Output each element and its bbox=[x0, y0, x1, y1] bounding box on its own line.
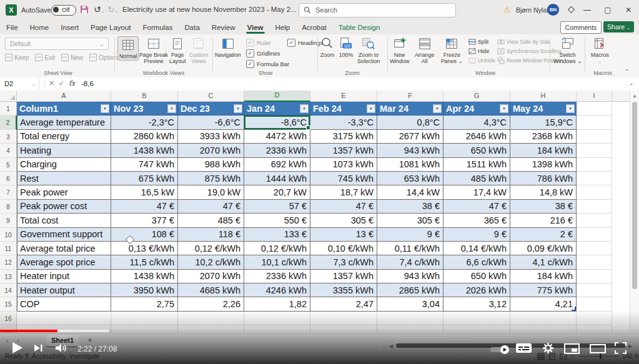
cell-G8[interactable]: 47 € bbox=[443, 200, 510, 214]
cell-A12[interactable]: Average spot price bbox=[17, 255, 111, 269]
row-header-6[interactable]: 6 bbox=[0, 172, 17, 185]
cell-H2[interactable]: 15,9°C bbox=[510, 116, 577, 129]
share-button[interactable]: Share ⌄ bbox=[603, 21, 634, 32]
cell-D6[interactable]: 1444 kWh bbox=[244, 172, 310, 185]
zoom-slider-knob[interactable] bbox=[600, 353, 602, 359]
table-header-F1[interactable]: Mar 24▾ bbox=[377, 102, 443, 116]
row-header-3[interactable]: 3 bbox=[0, 130, 17, 144]
redo-icon[interactable]: ↻⌄ bbox=[107, 4, 119, 14]
cell-D11[interactable]: 0,12 €/kWh bbox=[244, 242, 310, 255]
row-header-9[interactable]: 9 bbox=[0, 214, 17, 227]
filter-button-icon[interactable]: ▾ bbox=[234, 104, 242, 113]
cell-E7[interactable]: 18,7 kW bbox=[310, 185, 377, 199]
cell-B6[interactable]: 675 kWh bbox=[111, 172, 178, 185]
cell-I8[interactable] bbox=[577, 200, 612, 214]
cell-H13[interactable]: 184 kWh bbox=[510, 270, 577, 283]
cell-G5[interactable]: 1511 kWh bbox=[443, 158, 510, 172]
scroll-up-icon[interactable]: ▲ bbox=[632, 93, 637, 99]
cell-F10[interactable]: 9 € bbox=[377, 228, 443, 242]
cell-D10[interactable]: 133 € bbox=[244, 228, 310, 242]
column-header-B[interactable]: B bbox=[111, 91, 178, 102]
cell-A10[interactable]: Government support bbox=[17, 228, 111, 242]
cell-G16[interactable] bbox=[443, 312, 510, 325]
cell-B8[interactable]: 47 € bbox=[111, 200, 178, 214]
cell-C2[interactable]: -6,6°C bbox=[178, 116, 244, 129]
close-button[interactable]: ✕ bbox=[619, 0, 638, 20]
diamond-icon[interactable] bbox=[567, 6, 575, 14]
cell-I6[interactable] bbox=[577, 172, 612, 185]
exit-button[interactable]: Exit bbox=[35, 54, 55, 61]
tab-file[interactable]: File bbox=[6, 24, 18, 31]
zoom-100-button[interactable]: 100 100% bbox=[339, 36, 354, 58]
table-header-E1[interactable]: Feb 24▾ bbox=[310, 102, 377, 116]
new-sheet-icon[interactable]: + bbox=[87, 335, 92, 345]
autoplay-toggle[interactable] bbox=[490, 345, 510, 354]
cell-B11[interactable]: 0,13 €/kWh bbox=[111, 242, 178, 255]
cell-D15[interactable]: 1,82 bbox=[244, 297, 310, 311]
sheet-view-dropdown[interactable]: Default ⌄ bbox=[5, 37, 109, 50]
cell-E5[interactable]: 1073 kWh bbox=[310, 158, 377, 172]
select-all-corner[interactable] bbox=[0, 91, 17, 102]
excel-app-icon[interactable]: X bbox=[6, 4, 17, 16]
cancel-entry-icon[interactable]: ✕ bbox=[49, 79, 54, 87]
scroll-left-icon[interactable]: ◀ bbox=[389, 343, 393, 349]
cell-G9[interactable]: 365 € bbox=[443, 214, 510, 227]
cell-F11[interactable]: 0,11 €/kWh bbox=[377, 242, 443, 255]
cell-E14[interactable]: 3355 kWh bbox=[310, 283, 377, 297]
row-header-14[interactable]: 14 bbox=[0, 283, 17, 297]
navigation-button[interactable]: Navigation bbox=[215, 36, 241, 58]
expand-formula-bar-icon[interactable]: ⌄ bbox=[629, 80, 634, 86]
cell-G4[interactable]: 650 kWh bbox=[443, 144, 510, 157]
zoom-to-selection-button[interactable]: Zoom to Selection bbox=[357, 36, 380, 64]
cell-A4[interactable]: Heating bbox=[17, 144, 111, 157]
cell-G14[interactable]: 2026 kWh bbox=[443, 283, 510, 297]
prev-sheet-icon[interactable]: ‹ bbox=[6, 337, 9, 344]
cell-C6[interactable]: 875 kWh bbox=[178, 172, 244, 185]
cell-B7[interactable]: 16,5 kW bbox=[111, 185, 178, 199]
cell-D4[interactable]: 2336 kWh bbox=[244, 144, 310, 157]
formula-bar-checkbox[interactable]: ✓Formula Bar bbox=[246, 60, 289, 68]
cell-I14[interactable] bbox=[577, 283, 612, 297]
cell-G13[interactable]: 650 kWh bbox=[443, 270, 510, 283]
cell-F4[interactable]: 943 kWh bbox=[377, 144, 443, 157]
cell-I3[interactable] bbox=[577, 130, 612, 144]
cell-F14[interactable]: 2865 kWh bbox=[377, 283, 443, 297]
row-header-4[interactable]: 4 bbox=[0, 144, 17, 157]
miniplayer-button[interactable] bbox=[564, 343, 580, 354]
confirm-entry-icon[interactable]: ✓ bbox=[59, 79, 64, 87]
cell-E13[interactable]: 1357 kWh bbox=[310, 270, 377, 283]
cell-I7[interactable] bbox=[577, 185, 612, 199]
vertical-scroll-thumb[interactable] bbox=[632, 102, 637, 289]
cell-E15[interactable]: 2,47 bbox=[310, 297, 377, 311]
tab-help[interactable]: Help bbox=[275, 24, 290, 31]
cell-F16[interactable] bbox=[377, 312, 443, 325]
cell-B2[interactable]: -2,3°C bbox=[111, 116, 178, 129]
tab-formulas[interactable]: Formulas bbox=[143, 24, 173, 31]
tab-acrobat[interactable]: Acrobat bbox=[302, 24, 327, 31]
cell-E9[interactable]: 305 € bbox=[310, 214, 377, 227]
volume-icon[interactable] bbox=[55, 343, 67, 353]
tab-table-design[interactable]: Table Design bbox=[339, 24, 380, 31]
warning-icon[interactable]: ⚠ bbox=[503, 5, 511, 14]
table-header-A1[interactable]: Column1▾ bbox=[17, 102, 111, 116]
cell-H7[interactable]: 14,8 kW bbox=[510, 185, 577, 199]
cell-A3[interactable]: Total energy bbox=[17, 130, 111, 144]
cell-C10[interactable]: 118 € bbox=[178, 228, 244, 242]
subtitles-button[interactable] bbox=[516, 343, 532, 353]
cell-H16[interactable] bbox=[510, 312, 577, 325]
filter-button-icon[interactable]: ▾ bbox=[566, 104, 575, 113]
cell-D14[interactable]: 4246 kWh bbox=[244, 283, 310, 297]
cell-F5[interactable]: 1081 kWh bbox=[377, 158, 443, 172]
cell-C7[interactable]: 19,0 kW bbox=[178, 185, 244, 199]
cell-A16[interactable] bbox=[17, 312, 111, 325]
cell-F9[interactable]: 305 € bbox=[377, 214, 443, 227]
row-header-11[interactable]: 11 bbox=[0, 242, 17, 255]
player-progress-bar[interactable] bbox=[0, 330, 639, 332]
cell-E12[interactable]: 7,3 c/kWh bbox=[310, 255, 377, 269]
new-window-button[interactable]: New Window bbox=[390, 36, 409, 64]
custom-views-button[interactable]: Custom Views bbox=[189, 36, 208, 64]
cell-E8[interactable]: 47 € bbox=[310, 200, 377, 214]
cell-E4[interactable]: 1357 kWh bbox=[310, 144, 377, 157]
column-header-A[interactable]: A bbox=[17, 91, 111, 102]
cell-E11[interactable]: 0,10 €/kWh bbox=[310, 242, 377, 255]
